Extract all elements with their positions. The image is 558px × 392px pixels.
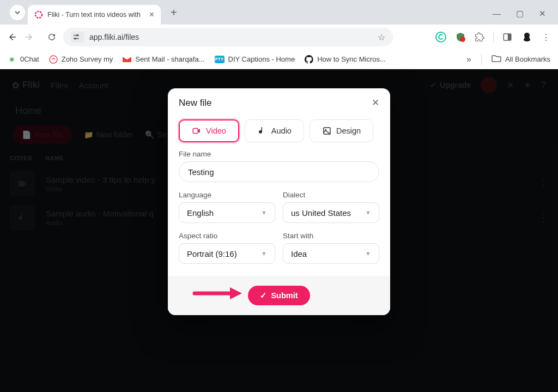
- maximize-icon[interactable]: ▢: [516, 9, 524, 19]
- svg-point-0: [35, 11, 42, 18]
- folder-icon: [492, 55, 501, 64]
- submit-button[interactable]: ✓ Submit: [248, 286, 310, 305]
- start-select[interactable]: Idea ▼: [283, 243, 379, 264]
- tab-search-dropdown[interactable]: [10, 5, 25, 20]
- dialect-select[interactable]: us United States ▼: [283, 202, 379, 223]
- bookmark-label: How to Sync Micros...: [317, 55, 386, 63]
- url-box[interactable]: app.fliki.ai/files ☆: [63, 28, 393, 46]
- select-value: us United States: [291, 208, 351, 218]
- extensions-icon[interactable]: [475, 32, 484, 42]
- modal-overlay: New file ✕ Video Audio Design: [0, 69, 558, 392]
- bookmark-item[interactable]: Zoho Survey my: [49, 55, 113, 64]
- forward-button[interactable]: [24, 32, 34, 42]
- tab-label: Video: [206, 126, 226, 135]
- submit-label: Submit: [271, 291, 298, 300]
- back-button[interactable]: [8, 32, 17, 42]
- chevron-down-icon: ▼: [365, 250, 371, 257]
- aspect-label: Aspect ratio: [179, 232, 275, 240]
- type-tabs: Video Audio Design: [179, 119, 379, 142]
- audio-icon: [257, 126, 267, 136]
- tab-close-icon[interactable]: ×: [149, 10, 154, 20]
- bookmark-icon: PTY: [215, 56, 225, 63]
- svg-point-4: [74, 38, 76, 40]
- modal-header: New file ✕: [168, 88, 390, 116]
- bookmark-label: Zoho Survey my: [62, 55, 113, 63]
- new-file-modal: New file ✕ Video Audio Design: [168, 88, 390, 315]
- bookmark-icon: [49, 55, 58, 64]
- bookmark-item[interactable]: Sent Mail - sharqafa...: [123, 55, 204, 64]
- app-content: ✿ Fliki Files Account ✓ Upgrade ✕ ☀ ? Ho…: [0, 69, 558, 392]
- bookmark-item[interactable]: ◉ 0Chat: [8, 55, 39, 64]
- select-value: Portrait (9:16): [187, 249, 237, 258]
- all-bookmarks-button[interactable]: All Bookmarks: [492, 55, 550, 64]
- close-window-icon[interactable]: ✕: [539, 9, 546, 19]
- check-icon: ✓: [260, 291, 267, 300]
- tab-favicon-icon: [34, 10, 43, 19]
- github-icon: [305, 55, 313, 64]
- file-name-label: File name: [179, 150, 379, 158]
- gmail-icon: [123, 55, 131, 64]
- modal-title: New file: [179, 98, 211, 108]
- chrome-menu-icon[interactable]: ⋮: [542, 32, 550, 43]
- modal-body: Video Audio Design File name Langua: [168, 116, 390, 276]
- new-tab-button[interactable]: +: [171, 7, 177, 19]
- browser-tab[interactable]: Fliki - Turn text into videos with ×: [28, 5, 161, 25]
- tab-audio[interactable]: Audio: [245, 119, 304, 142]
- bookmark-item[interactable]: How to Sync Micros...: [305, 55, 386, 64]
- bookmarks-bar: ◉ 0Chat Zoho Survey my Sent Mail - sharq…: [0, 50, 558, 69]
- language-label: Language: [179, 191, 275, 199]
- aspect-select[interactable]: Portrait (9:16) ▼: [179, 243, 275, 264]
- tab-design[interactable]: Design: [310, 119, 373, 142]
- bookmark-label: DIY Captions - Home: [228, 55, 295, 63]
- bookmark-label: 0Chat: [20, 55, 39, 63]
- svg-point-3: [76, 34, 78, 37]
- design-icon: [322, 126, 332, 136]
- chevron-down-icon: ▼: [365, 209, 371, 216]
- language-select[interactable]: English ▼: [179, 202, 275, 223]
- bookmark-label: Sent Mail - sharqafa...: [135, 55, 204, 63]
- svg-rect-8: [508, 34, 511, 40]
- start-label: Start with: [283, 232, 379, 240]
- tab-title: Fliki - Turn text into videos with: [47, 11, 145, 19]
- extension-icons: ⋮: [435, 31, 550, 43]
- modal-footer: ✓ Submit: [168, 276, 390, 315]
- select-value: Idea: [291, 249, 307, 258]
- svg-point-6: [460, 37, 465, 42]
- extension-shield-icon[interactable]: [455, 32, 466, 43]
- tab-label: Design: [336, 126, 361, 135]
- dialect-label: Dialect: [283, 191, 379, 199]
- file-name-input[interactable]: [179, 161, 379, 182]
- video-icon: [192, 126, 202, 136]
- side-panel-icon[interactable]: [502, 32, 512, 42]
- chevron-down-icon: ▼: [261, 250, 267, 257]
- bookmarks-overflow-icon[interactable]: »: [466, 55, 471, 64]
- site-settings-icon[interactable]: [71, 32, 84, 43]
- tab-video[interactable]: Video: [179, 119, 239, 142]
- svg-point-5: [436, 32, 446, 42]
- reload-button[interactable]: [47, 32, 57, 42]
- chevron-down-icon: ▼: [261, 209, 267, 216]
- address-bar: app.fliki.ai/files ☆ ⋮: [0, 25, 558, 50]
- arrow-pointer-icon: [192, 286, 244, 303]
- bookmark-item[interactable]: PTY DIY Captions - Home: [215, 55, 295, 63]
- tab-bar: Fliki - Turn text into videos with × +: [0, 0, 558, 25]
- grammarly-icon[interactable]: [435, 32, 446, 43]
- minimize-icon[interactable]: —: [493, 9, 501, 19]
- select-value: English: [187, 208, 214, 218]
- bookmark-star-icon[interactable]: ☆: [378, 32, 385, 43]
- tab-label: Audio: [271, 126, 292, 135]
- url-text: app.fliki.ai/files: [89, 33, 372, 41]
- svg-rect-10: [193, 129, 198, 134]
- svg-point-9: [50, 56, 57, 63]
- all-bookmarks-label: All Bookmarks: [505, 55, 550, 63]
- bookmark-icon: ◉: [8, 55, 16, 64]
- window-controls: — ▢ ✕: [481, 0, 558, 27]
- modal-close-icon[interactable]: ✕: [372, 97, 379, 108]
- profile-avatar-icon[interactable]: [521, 31, 533, 43]
